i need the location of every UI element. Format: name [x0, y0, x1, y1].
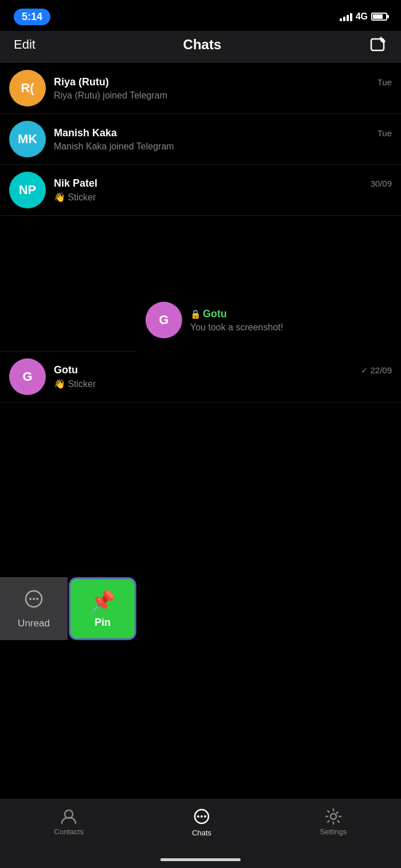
avatar-manish: MK — [9, 121, 46, 157]
signal-bar-1 — [340, 18, 342, 21]
lock-icon: 🔒 — [190, 309, 201, 319]
unread-label: Unread — [18, 618, 50, 629]
chat-time-nik: 30/09 — [370, 179, 392, 188]
signal-bar-2 — [343, 17, 345, 21]
chat-list: R( Riya (Rutu) Tue Riya (Rutu) joined Te… — [0, 63, 401, 216]
home-indicator — [160, 858, 241, 861]
settings-label: Settings — [320, 827, 347, 836]
svg-point-10 — [200, 815, 203, 818]
chat-content-riya: Riya (Rutu) Tue Riya (Rutu) joined Teleg… — [54, 76, 392, 101]
avatar-gotu-pinned: G — [146, 302, 182, 338]
chat-item-manish[interactable]: MK Manish Kaka Tue Manish Kaka joined Te… — [0, 114, 401, 165]
chats-tab-label: Chats — [192, 828, 211, 837]
svg-point-9 — [197, 815, 199, 818]
chat-top-gotu-pinned: 🔒Gotu — [190, 308, 392, 320]
pin-action[interactable]: 📌 Pin — [69, 577, 136, 640]
chat-item-riya[interactable]: R( Riya (Rutu) Tue Riya (Rutu) joined Te… — [0, 63, 401, 114]
network-type: 4G — [356, 11, 368, 22]
chat-preview-gotu-pinned: You took a screenshot! — [190, 322, 392, 333]
chat-content-gotu-pinned: 🔒Gotu You took a screenshot! — [190, 308, 392, 333]
chats-icon — [192, 808, 211, 826]
status-time: 5:14 — [14, 9, 50, 25]
chat-name-manish: Manish Kaka — [54, 127, 117, 139]
tab-contacts[interactable]: Contacts — [54, 808, 84, 836]
status-bar: 5:14 4G — [0, 0, 401, 31]
chat-time-manish: Tue — [378, 128, 392, 138]
chat-name-gotu-pinned: 🔒Gotu — [190, 308, 227, 320]
contacts-icon — [60, 808, 77, 825]
signal-bars-icon — [340, 12, 352, 21]
avatar-nik: NP — [9, 172, 46, 208]
chat-time-riya: Tue — [378, 77, 392, 87]
tab-settings[interactable]: Settings — [320, 808, 347, 836]
svg-point-4 — [29, 598, 32, 600]
chat-content-manish: Manish Kaka Tue Manish Kaka joined Teleg… — [54, 127, 392, 152]
checkmark-icon: ✓ — [361, 366, 368, 375]
chat-content-gotu: Gotu ✓ 22/09 👋 Sticker — [54, 364, 392, 389]
svg-point-12 — [331, 814, 336, 819]
chat-time-gotu: ✓ 22/09 — [361, 365, 392, 375]
compose-button[interactable] — [369, 35, 387, 54]
chat-content-nik: Nik Patel 30/09 👋 Sticker — [54, 177, 392, 203]
chat-item-nik[interactable]: NP Nik Patel 30/09 👋 Sticker — [0, 165, 401, 216]
battery-icon — [371, 13, 387, 21]
svg-point-5 — [33, 598, 35, 600]
edit-button[interactable]: Edit — [14, 37, 36, 52]
pin-label: Pin — [95, 617, 111, 629]
chat-top-riya: Riya (Rutu) Tue — [54, 76, 392, 88]
chat-preview-nik: 👋 Sticker — [54, 192, 392, 203]
battery-fill — [373, 14, 383, 19]
signal-bar-4 — [350, 13, 352, 21]
chat-top-nik: Nik Patel 30/09 — [54, 177, 392, 190]
pin-icon: 📌 — [90, 589, 116, 613]
status-icons: 4G — [340, 11, 387, 22]
chat-preview-manish: Manish Kaka joined Telegram — [54, 141, 392, 152]
svg-point-11 — [204, 815, 206, 818]
contacts-label: Contacts — [54, 827, 84, 836]
unread-action[interactable]: Unread — [0, 577, 68, 640]
compose-icon — [370, 37, 386, 53]
speech-bubble-icon — [23, 589, 45, 610]
settings-icon — [325, 808, 342, 825]
chat-item-gotu-main[interactable]: G Gotu ✓ 22/09 👋 Sticker — [0, 352, 401, 403]
tab-chats[interactable]: Chats — [192, 808, 211, 837]
chat-name-riya: Riya (Rutu) — [54, 76, 109, 88]
avatar-gotu: G — [9, 358, 46, 395]
chat-name-gotu: Gotu — [54, 364, 78, 376]
chat-top-gotu: Gotu ✓ 22/09 — [54, 364, 392, 376]
chat-top-manish: Manish Kaka Tue — [54, 127, 392, 139]
page-title: Chats — [183, 37, 222, 53]
chat-preview-riya: Riya (Rutu) joined Telegram — [54, 90, 392, 101]
tab-bar: Contacts Chats Settings — [0, 799, 401, 868]
chat-item-gotu-pinned[interactable]: G 🔒Gotu You took a screenshot! — [136, 289, 401, 352]
header: Edit Chats — [0, 31, 401, 63]
svg-point-6 — [36, 598, 38, 600]
chat-name-nik: Nik Patel — [54, 177, 97, 190]
signal-bar-3 — [347, 15, 349, 21]
chat-preview-gotu: 👋 Sticker — [54, 378, 392, 389]
chat-item-gotu: G Gotu ✓ 22/09 👋 Sticker — [0, 352, 401, 403]
swipe-row-container: Unread 📌 Pin G 🔒Gotu You took a screensh… — [0, 289, 401, 352]
avatar-riya: R( — [9, 70, 46, 106]
unread-icon — [23, 589, 45, 614]
